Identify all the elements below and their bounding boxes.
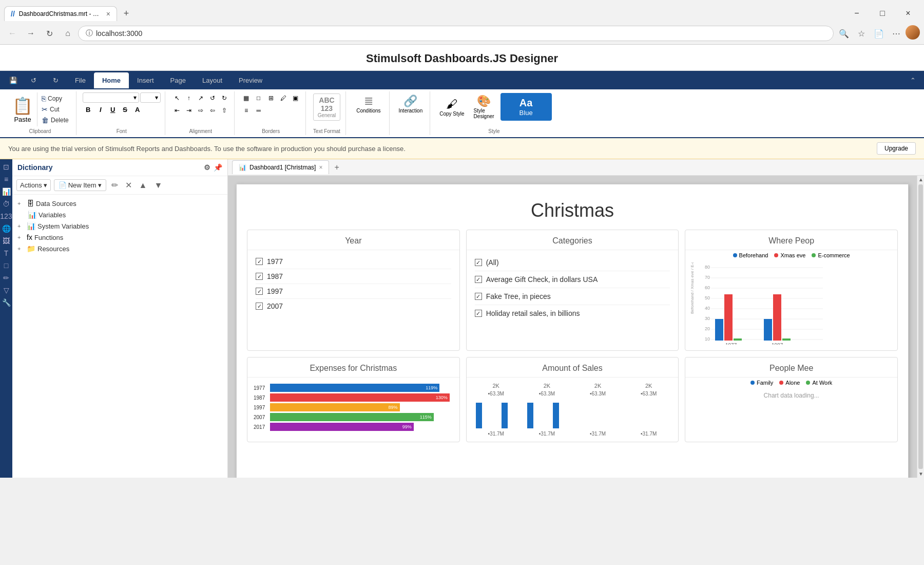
ribbon-tab-home[interactable]: Home: [94, 72, 129, 88]
data-sources-toggle[interactable]: +: [17, 200, 25, 206]
year-item-1997[interactable]: ✓ 1997: [256, 284, 451, 299]
scrollbar-thumb[interactable]: [918, 184, 923, 469]
sidebar-icon-globe[interactable]: 🌐: [1, 223, 12, 234]
scroll-down-arrow[interactable]: ▼: [917, 470, 924, 478]
border-width[interactable]: ═: [253, 105, 264, 116]
ribbon-tab-preview[interactable]: Preview: [230, 72, 271, 88]
resources-toggle[interactable]: +: [17, 246, 25, 252]
ribbon-expand-button[interactable]: ⌃: [906, 72, 920, 88]
border-color[interactable]: 🖊: [278, 92, 289, 104]
year-checkbox-1987[interactable]: ✓: [256, 273, 263, 280]
tab-close-button[interactable]: ×: [106, 10, 110, 18]
align-justify-left[interactable]: ⇦: [207, 105, 218, 116]
minimize-button[interactable]: −: [845, 6, 869, 21]
sidebar-icon-rect[interactable]: □: [1, 260, 12, 271]
copy-style-button[interactable]: 🖌 Copy Style: [436, 96, 467, 119]
text-format-button[interactable]: ABC 123 General: [313, 93, 341, 121]
border-inner[interactable]: ⊞: [265, 92, 277, 104]
profile-avatar[interactable]: [906, 25, 920, 40]
new-tab-button[interactable]: +: [119, 6, 133, 21]
sidebar-icon-chart[interactable]: 📊: [1, 186, 12, 197]
ribbon-undo[interactable]: ↺: [23, 72, 45, 88]
address-bar[interactable]: ⓘ localhost:3000: [78, 26, 834, 41]
forward-button[interactable]: →: [23, 25, 39, 42]
category-checkbox-gift[interactable]: ✓: [475, 276, 482, 283]
sidebar-icon-list[interactable]: ≡: [1, 174, 12, 185]
move-down-icon[interactable]: ▼: [152, 180, 164, 191]
paste-button[interactable]: 📋 Paste: [8, 92, 37, 126]
close-button[interactable]: ×: [896, 6, 920, 21]
add-tab-button[interactable]: +: [331, 162, 342, 173]
tree-system-variables[interactable]: + 📊 System Variables: [12, 220, 227, 232]
rotate-left[interactable]: ↺: [207, 92, 218, 104]
category-tree[interactable]: ✓ Fake Tree, in pieces: [475, 288, 670, 305]
ribbon-tab-page[interactable]: Page: [162, 72, 194, 88]
ribbon-tab-insert[interactable]: Insert: [129, 72, 162, 88]
back-button[interactable]: ←: [4, 25, 21, 42]
year-checkbox-2007[interactable]: ✓: [256, 303, 263, 310]
border-fill[interactable]: ▣: [290, 92, 301, 104]
sidebar-icon-pointer[interactable]: ⊡: [1, 161, 12, 173]
underline-button[interactable]: U: [107, 104, 119, 115]
align-top-center[interactable]: ↑: [183, 92, 195, 104]
year-checkbox-1977[interactable]: ✓: [256, 258, 263, 265]
maximize-button[interactable]: □: [871, 6, 894, 21]
ribbon-tab-layout[interactable]: Layout: [194, 72, 230, 88]
tree-data-sources[interactable]: + 🗄 Data Sources: [12, 198, 227, 209]
category-checkbox-all[interactable]: ✓: [475, 259, 482, 266]
upgrade-button[interactable]: Upgrade: [877, 142, 916, 155]
font-family-dropdown[interactable]: ▾: [83, 92, 139, 103]
sidebar-icon-wrench[interactable]: 🔧: [1, 297, 12, 308]
year-item-2007[interactable]: ✓ 2007: [256, 299, 451, 313]
border-outer[interactable]: □: [253, 92, 264, 104]
sidebar-icon-pen[interactable]: ✏: [1, 272, 12, 284]
tree-functions[interactable]: + fx Functions: [12, 232, 227, 243]
cut-button[interactable]: ✂ Cut: [40, 104, 71, 115]
copy-button[interactable]: ⎘ Copy: [40, 93, 71, 104]
refresh-button[interactable]: ↻: [41, 25, 57, 42]
right-scrollbar[interactable]: ▲ ▼: [917, 176, 924, 478]
ribbon-redo[interactable]: ↻: [45, 72, 67, 88]
italic-button[interactable]: I: [95, 104, 106, 115]
align-right[interactable]: ⇨: [195, 105, 206, 116]
collections-button[interactable]: 📄: [871, 25, 887, 42]
menu-button[interactable]: ⋯: [888, 25, 904, 42]
browser-tab[interactable]: // DashboardChristmas.mrt - Desig ×: [4, 6, 117, 21]
search-button[interactable]: 🔍: [836, 25, 852, 42]
style-selector[interactable]: Aa Blue: [500, 93, 552, 121]
canvas-scroll[interactable]: Christmas Year ✓ 1977: [228, 176, 917, 478]
favorites-button[interactable]: ☆: [853, 25, 870, 42]
year-item-1987[interactable]: ✓ 1987: [256, 269, 451, 284]
delete-button[interactable]: 🗑 Delete: [40, 115, 71, 125]
rotate-right[interactable]: ↻: [219, 92, 230, 104]
scroll-up-arrow[interactable]: ▲: [917, 176, 924, 183]
dictionary-pin-icon[interactable]: 📌: [214, 163, 222, 172]
bold-button[interactable]: B: [83, 104, 94, 115]
align-left[interactable]: ⇤: [171, 105, 183, 116]
conditions-button[interactable]: ≣ Conditions: [352, 92, 384, 116]
sidebar-icon-filter[interactable]: ▽: [1, 285, 12, 296]
sidebar-icon-image[interactable]: 🖼: [1, 235, 12, 247]
align-top-right[interactable]: ↗: [195, 92, 206, 104]
style-designer-button[interactable]: 🎨 StyleDesigner: [471, 92, 497, 121]
new-item-dropdown[interactable]: 📄 New Item ▾: [54, 179, 106, 191]
align-justify-right[interactable]: ⇧: [219, 105, 230, 116]
category-gift[interactable]: ✓ Average Gift Check, in dollars USA: [475, 271, 670, 288]
align-center[interactable]: ⇥: [183, 105, 195, 116]
sidebar-icon-number[interactable]: 123: [1, 211, 12, 222]
font-size-dropdown[interactable]: ▾: [140, 92, 161, 103]
functions-toggle[interactable]: +: [17, 234, 25, 240]
actions-dropdown[interactable]: Actions ▾: [16, 179, 51, 191]
tree-variables[interactable]: 📊 Variables: [12, 209, 227, 220]
edit-item-icon[interactable]: ✏: [109, 179, 120, 191]
ribbon-tab-file[interactable]: File: [67, 72, 94, 88]
dashboard-tab[interactable]: 📊 Dashboard1 [Christmas] ×: [232, 160, 329, 174]
dictionary-settings-icon[interactable]: ⚙: [204, 163, 210, 172]
border-all[interactable]: ▦: [241, 92, 252, 104]
strikethrough-button[interactable]: S: [120, 104, 131, 115]
delete-item-icon[interactable]: ✕: [123, 179, 134, 191]
border-style[interactable]: ≡: [241, 105, 252, 116]
year-checkbox-1997[interactable]: ✓: [256, 288, 263, 295]
system-variables-toggle[interactable]: +: [17, 223, 25, 229]
category-checkbox-tree[interactable]: ✓: [475, 293, 482, 300]
